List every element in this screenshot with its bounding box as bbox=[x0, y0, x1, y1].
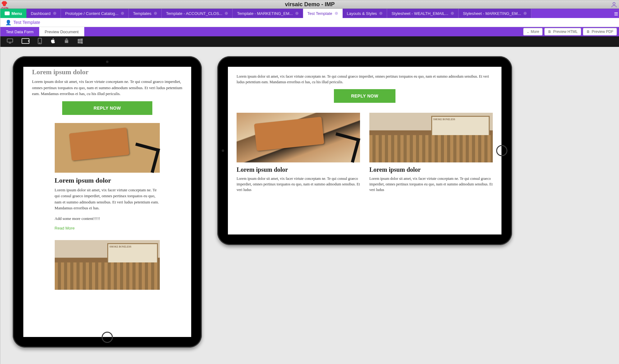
reply-now-button[interactable]: REPLY NOW bbox=[62, 101, 152, 115]
email-col-2: SMOKE BONELESS Lorem ipsum dolor Lorem i… bbox=[369, 113, 493, 197]
document-icon: 🗎 bbox=[586, 30, 590, 34]
card-title: Lorem ipsum dolor bbox=[237, 166, 360, 173]
breadcrumb: 👤 Test Template bbox=[0, 18, 619, 27]
card-image-tools: SMOKE BONELESS bbox=[55, 240, 160, 290]
main-tab-7[interactable]: Stylesheet - WEALTH_EMAIL... bbox=[387, 9, 459, 18]
breadcrumb-icon: 👤 bbox=[5, 20, 12, 25]
reply-now-button[interactable]: REPLY NOW bbox=[334, 89, 395, 103]
svg-point-0 bbox=[613, 2, 615, 5]
preview-screen-landscape[interactable]: Lorem ipsum dolor sit amet, vix facer vi… bbox=[228, 67, 501, 234]
main-tab-8[interactable]: Stylesheet - MARKETING_EM... bbox=[459, 9, 531, 18]
card-image-notebook bbox=[237, 113, 360, 162]
tab-close-icon[interactable] bbox=[225, 12, 228, 15]
email-card-1: Lorem ipsum dolor Lorem ipsum dolor sit … bbox=[55, 123, 160, 231]
email-intro: Lorem ipsum dolor sit amet, vix facer vi… bbox=[32, 79, 182, 97]
hamburger-icon[interactable]: ≡ bbox=[614, 10, 618, 18]
card-body: Lorem ipsum dolor sit amet, vix facer vi… bbox=[369, 176, 493, 193]
card-title: Lorem ipsum dolor bbox=[369, 166, 493, 173]
svg-point-5 bbox=[39, 43, 40, 43]
email-heading: Lorem ipsum dolor bbox=[32, 68, 182, 76]
card-title: Lorem ipsum dolor bbox=[55, 176, 160, 184]
svg-point-6 bbox=[66, 39, 66, 39]
main-menubar: Menu DashboardPrototype / Content Catalo… bbox=[0, 9, 619, 18]
app-logo: CoTe bbox=[2, 1, 8, 10]
device-preview-landscape: Lorem ipsum dolor sit amet, vix facer vi… bbox=[217, 56, 512, 245]
sub-tab-1[interactable]: Preview Document bbox=[39, 27, 84, 36]
breadcrumb-label[interactable]: Test Template bbox=[13, 20, 40, 25]
sub-nav: Test Data FormPreview Document ⌄More 🗎Pr… bbox=[0, 27, 619, 36]
more-button[interactable]: ⌄More bbox=[523, 28, 543, 35]
main-tab-2[interactable]: Templates bbox=[129, 9, 162, 18]
device-phone-icon[interactable] bbox=[38, 38, 42, 46]
chevron-down-icon: ⌄ bbox=[527, 30, 529, 34]
device-android-icon[interactable] bbox=[64, 38, 69, 46]
read-more-link[interactable]: Read More bbox=[55, 226, 75, 230]
main-tab-4[interactable]: Template - MARKETING_EM... bbox=[233, 9, 303, 18]
tab-close-icon[interactable] bbox=[379, 12, 382, 15]
device-tablet-icon[interactable] bbox=[21, 38, 30, 45]
card-body: Lorem ipsum dolor sit amet, vix facer vi… bbox=[55, 187, 160, 211]
tab-close-icon[interactable] bbox=[335, 12, 338, 15]
preview-screen-portrait[interactable]: Lorem ipsum dolor Lorem ipsum dolor sit … bbox=[23, 67, 191, 337]
window-titlebar: CoTe virsaic Demo - IMP bbox=[0, 0, 619, 9]
device-preview-portrait: Lorem ipsum dolor Lorem ipsum dolor sit … bbox=[13, 56, 202, 348]
device-home-button bbox=[496, 145, 507, 156]
main-tab-6[interactable]: Layouts & Styles bbox=[343, 9, 387, 18]
tab-close-icon[interactable] bbox=[154, 12, 157, 15]
sub-tab-0[interactable]: Test Data Form bbox=[0, 27, 39, 36]
profile-icon[interactable] bbox=[611, 1, 617, 10]
svg-rect-1 bbox=[7, 39, 13, 42]
preview-canvas: Lorem ipsum dolor Lorem ipsum dolor sit … bbox=[0, 47, 619, 364]
tab-close-icon[interactable] bbox=[121, 12, 124, 15]
device-desktop-icon[interactable] bbox=[7, 38, 13, 45]
email-col-1: Lorem ipsum dolor Lorem ipsum dolor sit … bbox=[237, 113, 360, 197]
device-home-button bbox=[102, 332, 113, 343]
device-toolbar bbox=[0, 36, 619, 47]
device-apple-icon[interactable] bbox=[50, 38, 56, 46]
card-image-tools: SMOKE BONELESS bbox=[369, 113, 493, 162]
device-camera bbox=[222, 149, 224, 152]
device-windows-icon[interactable] bbox=[77, 38, 83, 45]
document-icon: 🗎 bbox=[548, 30, 552, 34]
menu-button[interactable]: Menu bbox=[0, 9, 26, 18]
main-tab-0[interactable]: Dashboard bbox=[26, 9, 61, 18]
card-image-notebook bbox=[55, 123, 160, 173]
email-intro: Lorem ipsum dolor sit amet, vix facer vi… bbox=[237, 74, 493, 85]
folder-icon bbox=[5, 11, 10, 15]
svg-point-7 bbox=[67, 39, 67, 39]
preview-pdf-button[interactable]: 🗎Preview PDF bbox=[583, 28, 617, 35]
main-tab-1[interactable]: Prototype / Content Catalog... bbox=[61, 9, 129, 18]
tab-close-icon[interactable] bbox=[524, 12, 527, 15]
tab-close-icon[interactable] bbox=[295, 12, 298, 15]
tab-close-icon[interactable] bbox=[451, 12, 454, 15]
main-tab-5[interactable]: Test Template bbox=[303, 9, 343, 18]
preview-html-button[interactable]: 🗎Preview HTML bbox=[544, 28, 581, 35]
tab-close-icon[interactable] bbox=[53, 12, 56, 15]
window-title: virsaic Demo - IMP bbox=[285, 1, 335, 8]
email-card-2: SMOKE BONELESS bbox=[55, 240, 160, 290]
card-body: Lorem ipsum dolor sit amet, vix facer vi… bbox=[237, 176, 360, 193]
main-tab-3[interactable]: Template - ACCOUNT_CLOS... bbox=[162, 9, 233, 18]
card-extra: Add some more content!!!!! bbox=[55, 216, 160, 222]
device-camera bbox=[106, 61, 109, 63]
svg-point-3 bbox=[28, 41, 29, 41]
